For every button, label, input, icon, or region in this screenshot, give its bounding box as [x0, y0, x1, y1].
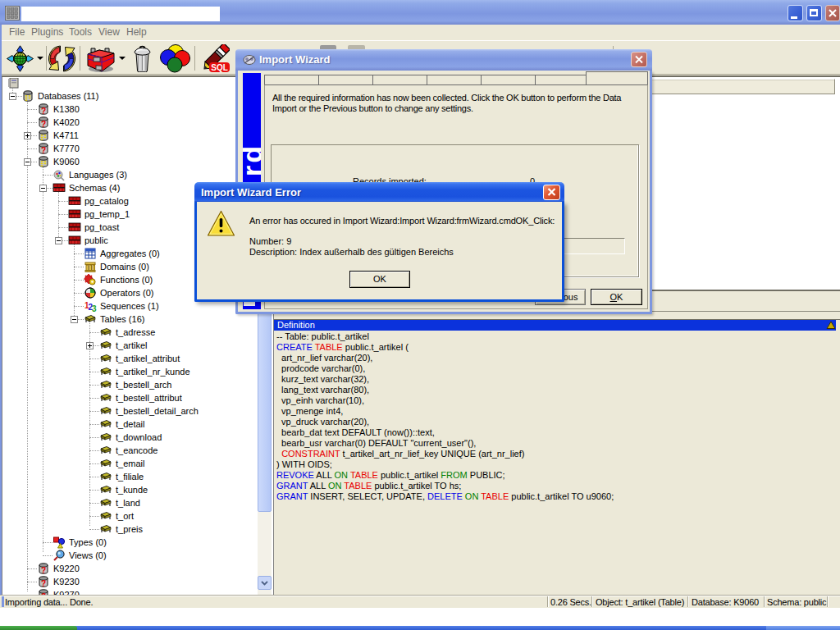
svg-text:SQL: SQL — [211, 63, 228, 72]
